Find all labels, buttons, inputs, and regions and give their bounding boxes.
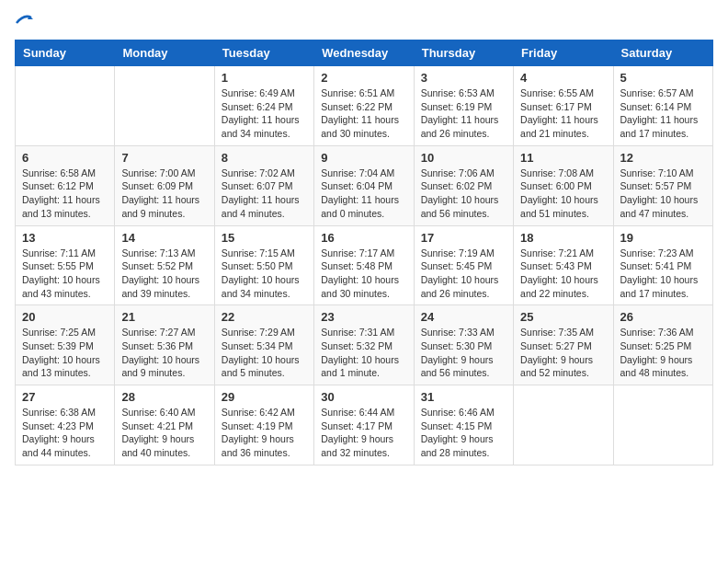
calendar-table: SundayMondayTuesdayWednesdayThursdayFrid…	[15, 40, 713, 465]
calendar-cell: 19Sunrise: 7:23 AM Sunset: 5:41 PM Dayli…	[613, 225, 712, 305]
calendar-cell: 12Sunrise: 7:10 AM Sunset: 5:57 PM Dayli…	[613, 145, 712, 225]
day-info: Sunrise: 7:36 AM Sunset: 5:25 PM Dayligh…	[620, 326, 706, 380]
calendar-cell: 23Sunrise: 7:31 AM Sunset: 5:32 PM Dayli…	[314, 305, 414, 385]
day-number: 22	[222, 310, 307, 324]
day-info: Sunrise: 6:44 AM Sunset: 4:17 PM Dayligh…	[321, 406, 406, 460]
calendar-cell: 20Sunrise: 7:25 AM Sunset: 5:39 PM Dayli…	[16, 305, 115, 385]
day-info: Sunrise: 7:27 AM Sunset: 5:36 PM Dayligh…	[121, 326, 207, 380]
week-row-2: 6Sunrise: 6:58 AM Sunset: 6:12 PM Daylig…	[16, 145, 713, 225]
week-row-1: 1Sunrise: 6:49 AM Sunset: 6:24 PM Daylig…	[16, 66, 713, 146]
calendar-cell: 26Sunrise: 7:36 AM Sunset: 5:25 PM Dayli…	[613, 305, 712, 385]
weekday-header-wednesday: Wednesday	[314, 40, 414, 66]
week-row-3: 13Sunrise: 7:11 AM Sunset: 5:55 PM Dayli…	[16, 225, 713, 305]
calendar-cell: 11Sunrise: 7:08 AM Sunset: 6:00 PM Dayli…	[514, 145, 613, 225]
day-info: Sunrise: 7:17 AM Sunset: 5:48 PM Dayligh…	[321, 247, 406, 301]
page-header	[15, 15, 713, 32]
day-number: 8	[222, 151, 307, 165]
day-info: Sunrise: 7:31 AM Sunset: 5:32 PM Dayligh…	[321, 326, 406, 380]
day-number: 28	[121, 390, 207, 404]
day-number: 24	[421, 310, 506, 324]
calendar-cell	[16, 66, 115, 146]
calendar-cell	[115, 66, 214, 146]
day-number: 20	[22, 310, 108, 324]
calendar-cell: 2Sunrise: 6:51 AM Sunset: 6:22 PM Daylig…	[314, 66, 414, 146]
day-number: 2	[321, 71, 406, 85]
day-number: 3	[421, 71, 506, 85]
weekday-header-monday: Monday	[115, 40, 214, 66]
day-number: 14	[121, 231, 207, 245]
logo	[15, 15, 33, 32]
day-number: 21	[121, 310, 207, 324]
weekday-header-row: SundayMondayTuesdayWednesdayThursdayFrid…	[16, 40, 713, 66]
day-info: Sunrise: 6:57 AM Sunset: 6:14 PM Dayligh…	[620, 86, 706, 141]
day-number: 5	[620, 71, 706, 85]
calendar-cell: 10Sunrise: 7:06 AM Sunset: 6:02 PM Dayli…	[414, 145, 513, 225]
calendar-cell: 4Sunrise: 6:55 AM Sunset: 6:17 PM Daylig…	[514, 66, 613, 146]
day-number: 9	[321, 151, 406, 165]
calendar-cell: 5Sunrise: 6:57 AM Sunset: 6:14 PM Daylig…	[613, 66, 712, 146]
day-number: 4	[520, 71, 606, 85]
calendar-cell: 9Sunrise: 7:04 AM Sunset: 6:04 PM Daylig…	[314, 145, 414, 225]
weekday-header-friday: Friday	[514, 40, 613, 66]
day-info: Sunrise: 7:21 AM Sunset: 5:43 PM Dayligh…	[520, 247, 606, 301]
week-row-5: 27Sunrise: 6:38 AM Sunset: 4:23 PM Dayli…	[16, 385, 713, 465]
calendar-cell: 14Sunrise: 7:13 AM Sunset: 5:52 PM Dayli…	[115, 225, 214, 305]
day-number: 19	[620, 231, 706, 245]
week-row-4: 20Sunrise: 7:25 AM Sunset: 5:39 PM Dayli…	[16, 305, 713, 385]
calendar-cell: 31Sunrise: 6:46 AM Sunset: 4:15 PM Dayli…	[414, 385, 513, 465]
day-number: 10	[421, 151, 506, 165]
day-info: Sunrise: 7:19 AM Sunset: 5:45 PM Dayligh…	[421, 247, 506, 301]
day-number: 6	[22, 151, 108, 165]
calendar-cell: 27Sunrise: 6:38 AM Sunset: 4:23 PM Dayli…	[16, 385, 115, 465]
calendar-cell: 1Sunrise: 6:49 AM Sunset: 6:24 PM Daylig…	[214, 66, 313, 146]
day-number: 29	[222, 390, 307, 404]
day-info: Sunrise: 7:15 AM Sunset: 5:50 PM Dayligh…	[222, 247, 307, 301]
day-info: Sunrise: 6:58 AM Sunset: 6:12 PM Dayligh…	[22, 167, 108, 221]
weekday-header-saturday: Saturday	[613, 40, 712, 66]
calendar-cell: 3Sunrise: 6:53 AM Sunset: 6:19 PM Daylig…	[414, 66, 513, 146]
calendar-cell: 18Sunrise: 7:21 AM Sunset: 5:43 PM Dayli…	[514, 225, 613, 305]
calendar-cell: 30Sunrise: 6:44 AM Sunset: 4:17 PM Dayli…	[314, 385, 414, 465]
day-number: 23	[321, 310, 406, 324]
day-info: Sunrise: 7:02 AM Sunset: 6:07 PM Dayligh…	[222, 167, 307, 221]
weekday-header-sunday: Sunday	[16, 40, 115, 66]
calendar-cell: 17Sunrise: 7:19 AM Sunset: 5:45 PM Dayli…	[414, 225, 513, 305]
calendar-cell: 7Sunrise: 7:00 AM Sunset: 6:09 PM Daylig…	[115, 145, 214, 225]
day-number: 13	[22, 231, 108, 245]
day-number: 12	[620, 151, 706, 165]
day-number: 16	[321, 231, 406, 245]
day-info: Sunrise: 6:53 AM Sunset: 6:19 PM Dayligh…	[421, 86, 506, 141]
day-info: Sunrise: 7:08 AM Sunset: 6:00 PM Dayligh…	[520, 167, 606, 221]
calendar-cell: 8Sunrise: 7:02 AM Sunset: 6:07 PM Daylig…	[214, 145, 313, 225]
day-number: 30	[321, 390, 406, 404]
day-number: 27	[22, 390, 108, 404]
calendar-cell: 15Sunrise: 7:15 AM Sunset: 5:50 PM Dayli…	[214, 225, 313, 305]
day-number: 1	[222, 71, 307, 85]
day-number: 11	[520, 151, 606, 165]
calendar-cell: 25Sunrise: 7:35 AM Sunset: 5:27 PM Dayli…	[514, 305, 613, 385]
day-info: Sunrise: 7:13 AM Sunset: 5:52 PM Dayligh…	[121, 247, 207, 301]
calendar-cell: 28Sunrise: 6:40 AM Sunset: 4:21 PM Dayli…	[115, 385, 214, 465]
day-info: Sunrise: 6:49 AM Sunset: 6:24 PM Dayligh…	[222, 86, 307, 141]
day-info: Sunrise: 7:06 AM Sunset: 6:02 PM Dayligh…	[421, 167, 506, 221]
day-number: 7	[121, 151, 207, 165]
calendar-cell: 13Sunrise: 7:11 AM Sunset: 5:55 PM Dayli…	[16, 225, 115, 305]
day-info: Sunrise: 7:00 AM Sunset: 6:09 PM Dayligh…	[121, 167, 207, 221]
day-info: Sunrise: 7:25 AM Sunset: 5:39 PM Dayligh…	[22, 326, 108, 380]
day-info: Sunrise: 7:33 AM Sunset: 5:30 PM Dayligh…	[421, 326, 506, 380]
calendar-cell: 6Sunrise: 6:58 AM Sunset: 6:12 PM Daylig…	[16, 145, 115, 225]
calendar-cell: 16Sunrise: 7:17 AM Sunset: 5:48 PM Dayli…	[314, 225, 414, 305]
day-info: Sunrise: 7:35 AM Sunset: 5:27 PM Dayligh…	[520, 326, 606, 380]
day-number: 26	[620, 310, 706, 324]
day-number: 18	[520, 231, 606, 245]
day-info: Sunrise: 6:55 AM Sunset: 6:17 PM Dayligh…	[520, 86, 606, 141]
weekday-header-tuesday: Tuesday	[214, 40, 313, 66]
day-info: Sunrise: 6:46 AM Sunset: 4:15 PM Dayligh…	[421, 406, 506, 460]
day-info: Sunrise: 6:40 AM Sunset: 4:21 PM Dayligh…	[121, 406, 207, 460]
day-info: Sunrise: 6:42 AM Sunset: 4:19 PM Dayligh…	[222, 406, 307, 460]
weekday-header-thursday: Thursday	[414, 40, 513, 66]
day-info: Sunrise: 7:29 AM Sunset: 5:34 PM Dayligh…	[222, 326, 307, 380]
logo-icon	[15, 10, 33, 29]
calendar-cell: 24Sunrise: 7:33 AM Sunset: 5:30 PM Dayli…	[414, 305, 513, 385]
day-info: Sunrise: 6:38 AM Sunset: 4:23 PM Dayligh…	[22, 406, 108, 460]
